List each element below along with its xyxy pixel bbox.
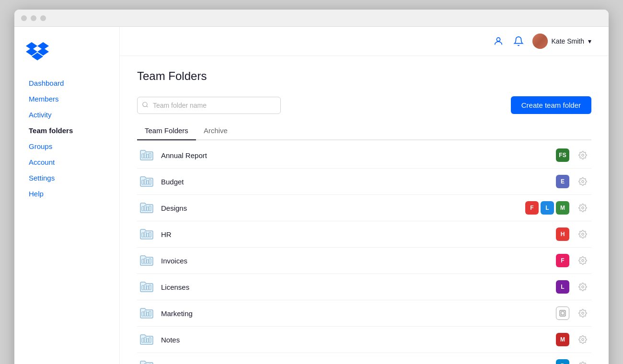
folder-list: Annual ReportFS BudgetE DesignsFLM HRH (137, 142, 591, 364)
toolbar: Create team folder (137, 96, 591, 114)
svg-point-22 (582, 207, 584, 209)
folder-settings-button[interactable] (576, 254, 589, 267)
folder-name: Programs (161, 362, 549, 364)
svg-point-49 (582, 339, 584, 341)
member-badges: F (556, 254, 569, 267)
folder-icon (139, 174, 154, 189)
folder-icon (139, 148, 154, 163)
svg-rect-42 (560, 310, 565, 316)
page-title: Team Folders (137, 69, 591, 83)
main-content: Kate Smith ▾ Team Folders (120, 27, 609, 364)
folder-name: Designs (161, 204, 519, 212)
window-dot-maximize (40, 15, 46, 21)
member-badges: E (556, 175, 569, 188)
search-input[interactable] (137, 97, 281, 114)
svg-point-5 (496, 38, 500, 41)
folder-icon (139, 227, 154, 242)
avatar-image (532, 34, 548, 49)
member-badge: H (556, 228, 569, 241)
sidebar-item-dashboard[interactable]: Dashboard (26, 76, 108, 91)
folder-name: Notes (161, 336, 549, 344)
folder-row-notes[interactable]: NotesM (137, 327, 591, 353)
member-badge: L (541, 201, 554, 215)
folder-icon (139, 200, 154, 216)
svg-rect-43 (561, 312, 565, 315)
sidebar-item-account[interactable]: Account (26, 155, 108, 170)
tab-team-folders[interactable]: Team Folders (137, 123, 196, 140)
folder-icon (139, 306, 154, 321)
folder-row-programs[interactable]: ProgramsD (137, 353, 591, 364)
member-badges: FS (556, 148, 569, 162)
member-badges: M (556, 333, 569, 346)
window-body: Dashboard Members Activity Team folders … (14, 27, 609, 364)
folder-row-budget[interactable]: BudgetE (137, 169, 591, 195)
folder-row-invoices[interactable]: InvoicesF (137, 248, 591, 274)
folder-name: Licenses (161, 283, 549, 291)
search-icon (142, 101, 149, 109)
member-badge: FS (556, 148, 569, 162)
folder-icon (139, 253, 154, 268)
user-menu[interactable]: Kate Smith ▾ (532, 34, 591, 49)
folder-icon (139, 279, 154, 295)
sidebar-item-groups[interactable]: Groups (26, 139, 108, 154)
window-dot-close (21, 15, 27, 21)
member-badge: L (556, 280, 569, 294)
svg-point-6 (143, 102, 147, 106)
folder-row-licenses[interactable]: LicensesL (137, 274, 591, 300)
tab-archive[interactable]: Archive (196, 123, 235, 140)
folder-settings-button[interactable] (576, 228, 589, 241)
bell-icon[interactable] (512, 35, 525, 47)
user-name: Kate Smith (552, 37, 584, 45)
svg-line-7 (147, 106, 148, 107)
member-badge: M (556, 201, 569, 215)
folder-row-annual-report[interactable]: Annual ReportFS (137, 142, 591, 169)
folder-settings-button[interactable] (576, 175, 589, 188)
member-badge: M (556, 333, 569, 346)
folder-icon (139, 358, 154, 364)
chevron-down-icon: ▾ (588, 37, 591, 45)
topbar: Kate Smith ▾ (120, 27, 609, 56)
tabs: Team Folders Archive (137, 123, 591, 140)
folder-name: Budget (161, 178, 549, 186)
folder-settings-button[interactable] (576, 148, 589, 162)
sidebar-item-members[interactable]: Members (26, 91, 108, 106)
member-badge: F (525, 201, 539, 215)
folder-settings-button[interactable] (576, 307, 589, 320)
window-dot-minimize (31, 15, 36, 21)
svg-point-37 (582, 286, 584, 288)
member-badge: F (556, 254, 569, 267)
folder-row-marketing[interactable]: Marketing (137, 300, 591, 327)
folder-row-designs[interactable]: DesignsFLM (137, 195, 591, 221)
folder-name: Annual Report (161, 151, 549, 159)
create-team-folder-button[interactable]: Create team folder (511, 96, 591, 114)
app-window: Dashboard Members Activity Team folders … (14, 10, 609, 364)
nav-list: Dashboard Members Activity Team folders … (26, 76, 108, 201)
titlebar (14, 10, 609, 27)
member-badges: L (556, 280, 569, 294)
sidebar-item-activity[interactable]: Activity (26, 107, 108, 122)
folder-settings-button[interactable] (576, 201, 589, 215)
folder-row-hr[interactable]: HRH (137, 221, 591, 248)
page-content: Team Folders Create team folder (120, 56, 609, 364)
folder-settings-button[interactable] (576, 333, 589, 346)
svg-point-32 (582, 260, 584, 262)
member-badges: H (556, 228, 569, 241)
folder-settings-button[interactable] (576, 359, 589, 364)
dropbox-logo-icon (26, 41, 49, 60)
folder-icon (139, 332, 154, 347)
folder-settings-button[interactable] (576, 280, 589, 294)
sidebar-item-team-folders[interactable]: Team folders (26, 123, 108, 138)
user-icon[interactable] (492, 35, 505, 47)
member-badges (556, 307, 569, 320)
svg-point-12 (582, 154, 584, 157)
member-badge-outline (556, 307, 569, 320)
sidebar-item-help[interactable]: Help (26, 186, 108, 201)
sidebar: Dashboard Members Activity Team folders … (14, 27, 120, 364)
svg-point-17 (582, 181, 584, 183)
search-wrap (137, 97, 281, 114)
avatar (532, 34, 548, 49)
sidebar-item-settings[interactable]: Settings (26, 171, 108, 185)
svg-point-44 (582, 312, 584, 315)
folder-name: Invoices (161, 257, 549, 265)
folder-name: HR (161, 230, 549, 239)
